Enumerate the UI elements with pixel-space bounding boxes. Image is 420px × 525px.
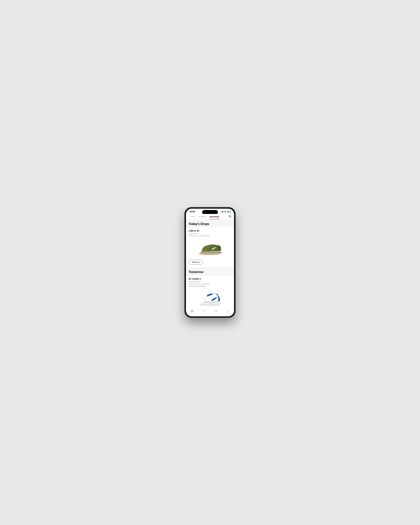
lebron-xx-name: LeBron XX (189, 230, 231, 232)
bottom-nav (186, 308, 234, 316)
tomorrow-section-title: Tomorrow (189, 270, 231, 274)
today-section-title: Today's Drops (189, 222, 231, 226)
bottom-nav-mail[interactable] (215, 309, 218, 313)
svg-point-8 (227, 310, 229, 311)
air-jordan-1-image (189, 287, 231, 308)
tomorrow-section-header: Tomorrow (186, 267, 234, 275)
jordan-shoe-image (197, 290, 223, 307)
tab-in-stock[interactable]: In Stock (197, 214, 207, 219)
lebron-notify-button[interactable]: Notify me (189, 260, 203, 265)
bottom-nav-explore[interactable] (202, 309, 205, 313)
bottom-nav-home[interactable] (190, 309, 194, 313)
air-jordan-1-extra-sizes: Additional size ranges (189, 285, 231, 287)
battery-icon (227, 211, 230, 213)
tab-upcoming[interactable]: Upcoming (207, 214, 221, 219)
air-jordan-1-sizes: M 3.5 / W 5 - M 18 / W 19.5 (189, 283, 231, 285)
svg-rect-7 (215, 310, 217, 312)
status-icons (220, 211, 230, 213)
lebron-xx-time: Today 16:00 (189, 233, 231, 234)
profile-icon (226, 309, 230, 313)
wifi-icon (224, 211, 226, 213)
air-jordan-1-card: Air Jordan 1 Saturday 16:00 M 3.5 / W 5 … (186, 275, 234, 308)
camera-dot (215, 211, 216, 213)
air-jordan-1-time: Saturday 16:00 (189, 281, 231, 282)
status-bar: 10:50 (186, 209, 234, 214)
air-jordan-1-name: Air Jordan 1 (189, 278, 231, 280)
search-icon[interactable] (229, 215, 231, 218)
status-time: 10:50 (190, 211, 195, 213)
lebron-xx-image (189, 237, 231, 258)
phone-frame: 10:50 (184, 207, 236, 318)
today-section-header: Today's Drops (186, 219, 234, 227)
lebron-shoe-image (196, 240, 224, 256)
svg-line-2 (230, 217, 231, 217)
tab-feed[interactable]: Feed (189, 214, 197, 219)
svg-point-6 (204, 311, 204, 311)
phone-screen: 10:50 (186, 209, 234, 316)
explore-icon (202, 309, 205, 313)
bottom-nav-profile[interactable] (226, 309, 230, 313)
dynamic-island (202, 210, 218, 215)
signal-dots-icon (220, 211, 223, 212)
home-icon (190, 309, 194, 313)
nav-tabs: Feed In Stock Upcoming (186, 214, 234, 219)
lebron-xx-card: LeBron XX Today 16:00 M 3.5 / W 5 - M 18… (186, 227, 234, 267)
mail-icon (215, 309, 218, 313)
svg-point-0 (225, 212, 225, 213)
lebron-xx-sizes: M 3.5 / W 5 - M 18 / W 19.5 (189, 235, 231, 237)
content-area: Today's Drops LeBron XX Today 16:00 M 3.… (186, 219, 234, 308)
